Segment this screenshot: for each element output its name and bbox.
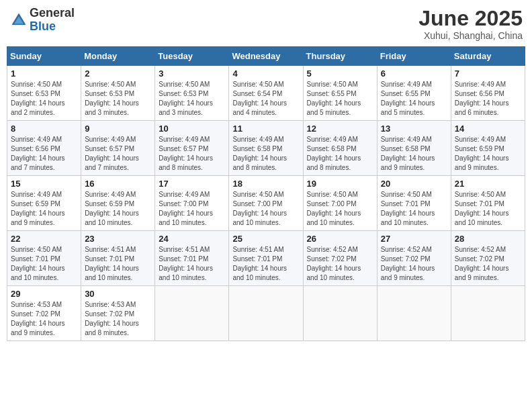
calendar-cell [229,286,303,341]
day-number: 12 [307,124,373,134]
calendar-cell: 29 Sunrise: 4:53 AMSunset: 7:02 PMDaylig… [7,286,81,341]
calendar-body: 1 Sunrise: 4:50 AMSunset: 6:53 PMDayligh… [7,66,525,341]
day-info: Sunrise: 4:50 AMSunset: 6:55 PMDaylight:… [307,80,373,118]
calendar-cell [377,286,451,341]
day-number: 4 [232,68,299,79]
day-number: 11 [232,124,299,134]
day-number: 24 [159,234,225,244]
day-info: Sunrise: 4:49 AMSunset: 7:00 PMDaylight:… [159,190,225,228]
day-number: 2 [85,68,151,79]
calendar-cell: 24 Sunrise: 4:51 AMSunset: 7:01 PMDaylig… [155,231,229,286]
calendar-week-4: 22 Sunrise: 4:50 AMSunset: 7:01 PMDaylig… [7,231,525,286]
day-number: 9 [85,124,151,134]
calendar-table: SundayMondayTuesdayWednesdayThursdayFrid… [7,46,525,341]
day-info: Sunrise: 4:53 AMSunset: 7:02 PMDaylight:… [85,300,151,338]
day-info: Sunrise: 4:52 AMSunset: 7:02 PMDaylight:… [381,245,447,283]
calendar-cell: 25 Sunrise: 4:51 AMSunset: 7:01 PMDaylig… [229,231,303,286]
calendar-cell: 18 Sunrise: 4:50 AMSunset: 7:00 PMDaylig… [229,176,303,231]
day-number: 28 [455,234,521,244]
calendar-cell: 23 Sunrise: 4:51 AMSunset: 7:01 PMDaylig… [81,231,155,286]
calendar-header-sunday: Sunday [7,47,81,66]
day-info: Sunrise: 4:49 AMSunset: 6:59 PMDaylight:… [11,190,77,228]
day-number: 7 [455,68,521,79]
day-info: Sunrise: 4:52 AMSunset: 7:02 PMDaylight:… [307,245,373,283]
day-number: 17 [159,179,225,189]
calendar-cell [303,286,377,341]
day-info: Sunrise: 4:49 AMSunset: 6:59 PMDaylight:… [455,135,521,173]
calendar-cell: 15 Sunrise: 4:49 AMSunset: 6:59 PMDaylig… [7,176,81,231]
day-info: Sunrise: 4:50 AMSunset: 7:01 PMDaylight:… [455,190,521,228]
calendar-cell: 8 Sunrise: 4:49 AMSunset: 6:56 PMDayligh… [7,121,81,176]
day-info: Sunrise: 4:51 AMSunset: 7:01 PMDaylight:… [232,245,299,283]
calendar-header-saturday: Saturday [451,47,525,66]
day-info: Sunrise: 4:49 AMSunset: 6:56 PMDaylight:… [11,135,77,173]
day-info: Sunrise: 4:50 AMSunset: 6:53 PMDaylight:… [159,80,225,118]
calendar-cell [451,286,525,341]
day-info: Sunrise: 4:51 AMSunset: 7:01 PMDaylight:… [85,245,151,283]
calendar-cell: 10 Sunrise: 4:49 AMSunset: 6:57 PMDaylig… [155,121,229,176]
calendar-cell: 28 Sunrise: 4:52 AMSunset: 7:02 PMDaylig… [451,231,525,286]
logo: General Blue [9,7,75,34]
day-info: Sunrise: 4:49 AMSunset: 6:59 PMDaylight:… [85,190,151,228]
day-number: 19 [307,179,373,189]
day-number: 20 [381,179,447,189]
calendar-cell: 4 Sunrise: 4:50 AMSunset: 6:54 PMDayligh… [229,66,303,121]
day-number: 21 [455,179,521,189]
day-number: 6 [381,68,447,79]
calendar-cell: 7 Sunrise: 4:49 AMSunset: 6:56 PMDayligh… [451,66,525,121]
logo-blue: Blue [30,20,75,34]
day-number: 8 [11,124,77,134]
day-number: 29 [11,289,77,299]
calendar-header-friday: Friday [377,47,451,66]
day-number: 5 [307,68,373,79]
calendar-cell: 6 Sunrise: 4:49 AMSunset: 6:55 PMDayligh… [377,66,451,121]
calendar-cell: 9 Sunrise: 4:49 AMSunset: 6:57 PMDayligh… [81,121,155,176]
day-info: Sunrise: 4:49 AMSunset: 6:56 PMDaylight:… [455,80,521,118]
day-number: 3 [159,68,225,79]
calendar-cell: 17 Sunrise: 4:49 AMSunset: 7:00 PMDaylig… [155,176,229,231]
calendar-cell: 22 Sunrise: 4:50 AMSunset: 7:01 PMDaylig… [7,231,81,286]
day-info: Sunrise: 4:49 AMSunset: 6:57 PMDaylight:… [159,135,225,173]
day-number: 15 [11,179,77,189]
calendar-week-5: 29 Sunrise: 4:53 AMSunset: 7:02 PMDaylig… [7,286,525,341]
location: Xuhui, Shanghai, China [418,30,523,41]
calendar-cell: 30 Sunrise: 4:53 AMSunset: 7:02 PMDaylig… [81,286,155,341]
day-info: Sunrise: 4:49 AMSunset: 6:55 PMDaylight:… [381,80,447,118]
calendar-cell: 16 Sunrise: 4:49 AMSunset: 6:59 PMDaylig… [81,176,155,231]
calendar-cell: 3 Sunrise: 4:50 AMSunset: 6:53 PMDayligh… [155,66,229,121]
month-title: June 2025 [418,7,523,30]
day-number: 25 [232,234,299,244]
day-number: 30 [85,289,151,299]
day-info: Sunrise: 4:50 AMSunset: 7:01 PMDaylight:… [381,190,447,228]
calendar-cell: 1 Sunrise: 4:50 AMSunset: 6:53 PMDayligh… [7,66,81,121]
day-info: Sunrise: 4:50 AMSunset: 7:00 PMDaylight:… [307,190,373,228]
day-number: 22 [11,234,77,244]
day-info: Sunrise: 4:50 AMSunset: 6:53 PMDaylight:… [11,80,77,118]
day-number: 18 [232,179,299,189]
day-info: Sunrise: 4:50 AMSunset: 7:00 PMDaylight:… [232,190,299,228]
calendar-cell: 20 Sunrise: 4:50 AMSunset: 7:01 PMDaylig… [377,176,451,231]
day-number: 10 [159,124,225,134]
day-info: Sunrise: 4:50 AMSunset: 6:53 PMDaylight:… [85,80,151,118]
calendar-cell: 14 Sunrise: 4:49 AMSunset: 6:59 PMDaylig… [451,121,525,176]
calendar-cell: 13 Sunrise: 4:49 AMSunset: 6:58 PMDaylig… [377,121,451,176]
day-info: Sunrise: 4:49 AMSunset: 6:58 PMDaylight:… [307,135,373,173]
calendar-header-thursday: Thursday [303,47,377,66]
calendar-cell: 26 Sunrise: 4:52 AMSunset: 7:02 PMDaylig… [303,231,377,286]
calendar-header-tuesday: Tuesday [155,47,229,66]
day-number: 1 [11,68,77,79]
title-area: June 2025 Xuhui, Shanghai, China [418,7,523,41]
calendar-cell: 5 Sunrise: 4:50 AMSunset: 6:55 PMDayligh… [303,66,377,121]
calendar-week-1: 1 Sunrise: 4:50 AMSunset: 6:53 PMDayligh… [7,66,525,121]
logo-icon [9,11,28,30]
calendar-week-3: 15 Sunrise: 4:49 AMSunset: 6:59 PMDaylig… [7,176,525,231]
day-info: Sunrise: 4:49 AMSunset: 6:58 PMDaylight:… [381,135,447,173]
day-number: 16 [85,179,151,189]
logo-general: General [30,7,75,20]
page-header: General Blue June 2025 Xuhui, Shanghai, … [7,7,525,41]
day-number: 13 [381,124,447,134]
calendar-header-row: SundayMondayTuesdayWednesdayThursdayFrid… [7,47,525,66]
day-info: Sunrise: 4:51 AMSunset: 7:01 PMDaylight:… [159,245,225,283]
day-number: 26 [307,234,373,244]
calendar-cell: 12 Sunrise: 4:49 AMSunset: 6:58 PMDaylig… [303,121,377,176]
